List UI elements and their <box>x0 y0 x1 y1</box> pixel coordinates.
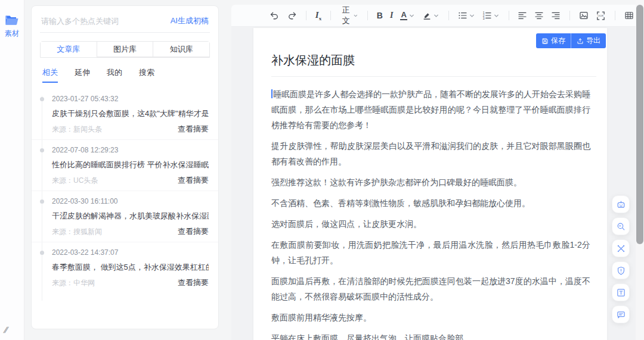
article-date: 2022-07-08 12:29:23 <box>52 146 209 154</box>
ordered-list-button[interactable]: 1 2 3 <box>480 9 502 22</box>
risk-check-button[interactable] <box>612 261 630 279</box>
article-item[interactable]: 2022-03-30 16:11:00 干涩皮肤的解渴神器，水肌美玻尿酸补水保湿… <box>32 191 218 242</box>
materials-folder-icon[interactable] <box>0 14 24 26</box>
article-item[interactable]: 2023-01-27 05:43:32 皮肤干燥别只会敷面膜，这4款"大牌"精华… <box>32 89 218 140</box>
view-summary-button[interactable]: 查看摘要 <box>178 277 209 288</box>
tab-article-library[interactable]: 文章库 <box>41 42 97 57</box>
toolbar-separator <box>448 11 449 20</box>
materials-label: 素材 <box>0 29 24 39</box>
italic-button[interactable]: I <box>388 9 395 22</box>
toolbar-separator <box>330 11 331 20</box>
document-actions: 保存 导出 <box>536 33 606 48</box>
ocr-icon: OCR <box>596 11 606 21</box>
image-icon <box>579 11 589 20</box>
article-source: 来源：中华网 <box>52 278 95 288</box>
paragraph[interactable]: 提升皮肤弹性，帮助皮肤深层美白以及平滑和滋润我们的皮肤，并且它对眼部黑眼圈也都有… <box>271 138 590 169</box>
table-icon <box>624 11 634 20</box>
highlighter-icon <box>422 11 432 20</box>
export-button[interactable]: 导出 <box>571 33 606 48</box>
title-tool-button[interactable] <box>612 283 630 301</box>
paragraph[interactable]: 睡眠面膜是许多人都会选择的一款护肤产品，随着不断的发展许多的人开始会去采购睡眠面… <box>271 86 590 133</box>
toolbar-separator <box>569 11 570 20</box>
align-right-button[interactable] <box>549 9 563 22</box>
comment-icon <box>616 310 626 320</box>
feedback-button[interactable] <box>612 305 630 323</box>
robot-icon <box>616 199 626 210</box>
bold-button[interactable]: B <box>374 9 385 22</box>
view-summary-button[interactable]: 查看摘要 <box>178 124 209 135</box>
paragraph[interactable]: 面膜加温后再敷，在清洁脸部的时候先把面膜连同包装一起放进37度的水温中，温度不能… <box>271 273 590 304</box>
keyword-search-row: AI生成初稿 <box>40 12 210 33</box>
paragraph[interactable]: 选对面膜后，做这四点，让皮肤更水润。 <box>271 216 590 232</box>
article-title[interactable]: 皮肤干燥别只会敷面膜，这4款"大牌"精华才是真正的补水保湿 <box>52 108 209 119</box>
toolbar-separator <box>615 11 615 20</box>
scrollbar-thumb[interactable] <box>636 5 643 244</box>
export-icon <box>577 38 584 45</box>
paragraph[interactable]: 不含酒精、色素、香精等刺激性物质，敏感肌肤和孕妇都能放心使用。 <box>271 195 590 211</box>
toolbar-separator <box>306 11 306 20</box>
document-title[interactable]: 补水保湿的面膜 <box>271 52 589 68</box>
timeline-dot <box>40 148 44 152</box>
align-center-button[interactable] <box>532 9 546 22</box>
chevron-down-icon <box>493 13 500 19</box>
undo-button[interactable] <box>267 9 282 23</box>
tab-knowledge-library[interactable]: 知识库 <box>153 42 209 57</box>
svg-text:3: 3 <box>482 17 484 20</box>
clear-format-button[interactable]: Ix <box>313 8 324 23</box>
paragraph[interactable]: 在敷面膜前要卸妆，用洗面奶把脸洗干净，最后用温水洗脸，然后用热毛巾敷脸1-2分钟… <box>271 237 590 268</box>
title-divider <box>271 76 596 77</box>
text-box-icon <box>616 288 626 298</box>
article-title[interactable]: 干涩皮肤的解渴神器，水肌美玻尿酸补水保湿面膜 <box>52 211 209 222</box>
paragraph-style-dropdown[interactable]: 正文 <box>338 3 361 28</box>
article-source: 来源：UC头条 <box>52 176 98 186</box>
timeline-dot <box>40 199 44 204</box>
font-color-button[interactable]: A <box>398 9 417 22</box>
toolbar-separator <box>367 11 368 20</box>
article-title[interactable]: 春季敷面膜， 做到这5点，补水保湿效果杠杠的! <box>52 262 209 273</box>
chevron-down-icon <box>408 13 415 19</box>
view-summary-button[interactable]: 查看摘要 <box>178 175 209 186</box>
editor-region: Ix 正文 B I A 1 <box>231 5 644 340</box>
editor-toolbar: Ix 正文 B I A 1 <box>231 5 644 27</box>
article-item[interactable]: 2022-03-22 14:37:07 春季敷面膜， 做到这5点，补水保湿效果杠… <box>32 242 218 293</box>
bullet-list-button[interactable] <box>456 9 478 22</box>
article-title[interactable]: 性价比高的睡眠面膜排行榜 平价补水保湿睡眠面膜推荐 <box>52 160 209 170</box>
chevron-down-icon <box>469 13 475 19</box>
subtab-search[interactable]: 搜索 <box>139 67 154 83</box>
insert-image-button[interactable] <box>577 9 591 22</box>
ai-generate-draft-button[interactable]: AI生成初稿 <box>171 15 209 26</box>
article-item[interactable]: 2022-07-08 12:29:23 性价比高的睡眠面膜排行榜 平价补水保湿睡… <box>32 140 218 191</box>
ocr-button[interactable]: OCR <box>593 9 608 23</box>
svg-text:OCR: OCR <box>597 14 603 17</box>
article-date: 2023-01-27 05:43:32 <box>52 95 209 103</box>
subtab-related[interactable]: 相关 <box>42 67 58 83</box>
subtab-extended[interactable]: 延伸 <box>75 67 90 83</box>
search-check-button[interactable] <box>612 217 630 235</box>
toolbar-separator <box>509 11 509 20</box>
ai-assistant-button[interactable] <box>612 195 630 213</box>
paragraph[interactable]: 强烈推荐这款！这款有许多护肤杂志都评价为口碑最好的睡眠面膜。 <box>271 174 590 190</box>
redo-button[interactable] <box>284 9 299 23</box>
cross-expand-icon <box>616 244 626 254</box>
highlight-color-button[interactable] <box>420 9 442 22</box>
document-page[interactable]: 保存 导出 补水保湿的面膜 睡眠面膜是许多人都会选择的一款护肤产品，随着不断的发… <box>253 28 607 340</box>
article-date: 2022-03-22 14:37:07 <box>52 248 209 257</box>
keyword-search-input[interactable] <box>41 17 171 26</box>
left-rail: 素材 <box>0 0 24 340</box>
library-tabs: 文章库 图片库 知识库 <box>40 41 210 58</box>
view-summary-button[interactable]: 查看摘要 <box>178 226 209 237</box>
document-body[interactable]: 睡眠面膜是许多人都会选择的一款护肤产品，随着不断的发展许多的人开始会去采购睡眠面… <box>271 86 590 340</box>
chevron-down-icon <box>353 13 358 19</box>
chevron-down-icon <box>433 13 439 19</box>
paragraph[interactable]: 平躺在床上敷面膜，尽量挤出气泡，让面膜贴合脸部。 <box>271 330 590 340</box>
scrollbar-track[interactable] <box>636 0 644 340</box>
smart-rewrite-button[interactable] <box>612 239 630 257</box>
timeline-dot <box>40 97 44 101</box>
shield-warning-icon <box>616 266 626 276</box>
paragraph[interactable]: 敷面膜前用精华液先按摩。 <box>271 310 590 325</box>
ordered-list-icon: 1 2 3 <box>482 11 492 20</box>
align-left-button[interactable] <box>515 9 530 22</box>
subtab-mine[interactable]: 我的 <box>107 67 122 83</box>
save-button[interactable]: 保存 <box>536 33 571 48</box>
tab-image-library[interactable]: 图片库 <box>97 42 154 57</box>
